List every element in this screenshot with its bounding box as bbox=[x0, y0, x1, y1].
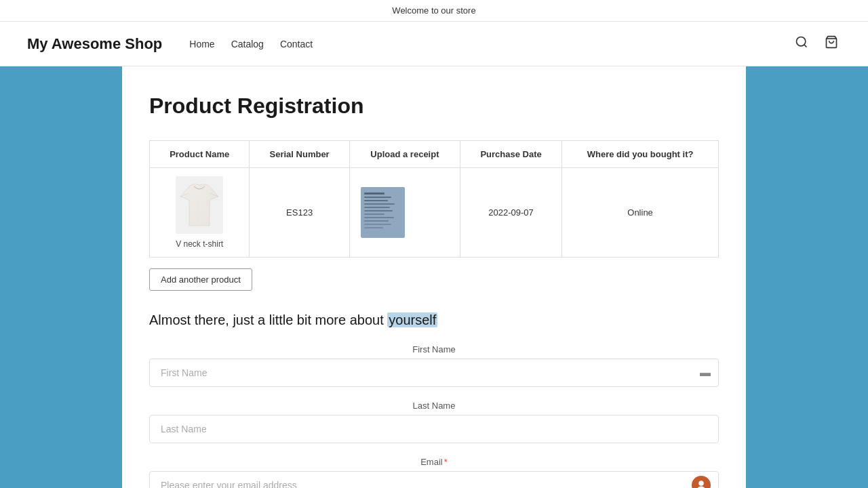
cell-receipt bbox=[349, 168, 460, 258]
site-title[interactable]: My Awesome Shop bbox=[27, 35, 162, 53]
svg-rect-14 bbox=[364, 217, 394, 218]
first-name-group: First Name ▬ bbox=[149, 344, 719, 387]
section-heading: Almost there, just a little bit more abo… bbox=[149, 312, 719, 328]
search-icon bbox=[795, 38, 808, 52]
section-heading-highlight: yourself bbox=[387, 312, 437, 327]
svg-rect-15 bbox=[364, 220, 389, 222]
cart-button[interactable] bbox=[822, 33, 841, 55]
main-content: Product Registration Product Name Serial… bbox=[122, 66, 746, 488]
first-name-input[interactable] bbox=[149, 359, 719, 387]
first-name-label: First Name bbox=[149, 344, 719, 354]
autofill-icon: ▬ bbox=[700, 367, 711, 379]
product-image-container: V neck t-shirt bbox=[161, 176, 238, 249]
svg-rect-17 bbox=[364, 227, 383, 228]
table-row: V neck t-shirt ES123 bbox=[150, 168, 719, 258]
svg-rect-7 bbox=[364, 192, 384, 195]
receipt-image bbox=[361, 187, 405, 238]
add-product-button[interactable]: Add another product bbox=[149, 268, 252, 291]
cell-purchase-date: 2022-09-07 bbox=[460, 168, 562, 258]
svg-rect-8 bbox=[364, 197, 391, 198]
first-name-input-wrapper: ▬ bbox=[149, 359, 719, 387]
last-name-input[interactable] bbox=[149, 415, 719, 443]
email-input[interactable] bbox=[149, 471, 719, 488]
col-product-name: Product Name bbox=[150, 141, 250, 168]
svg-rect-12 bbox=[364, 210, 393, 211]
header: My Awesome Shop Home Catalog Contact bbox=[0, 22, 868, 66]
cell-where-bought: Online bbox=[562, 168, 719, 258]
svg-point-0 bbox=[797, 37, 806, 46]
cart-icon bbox=[825, 38, 838, 52]
col-purchase-date: Purchase Date bbox=[460, 141, 562, 168]
email-input-wrapper bbox=[149, 471, 719, 488]
search-button[interactable] bbox=[792, 33, 811, 55]
tshirt-svg bbox=[179, 180, 220, 230]
last-name-input-wrapper bbox=[149, 415, 719, 443]
header-icons bbox=[792, 33, 841, 55]
nav-contact[interactable]: Contact bbox=[280, 39, 313, 49]
header-left: My Awesome Shop Home Catalog Contact bbox=[27, 35, 313, 53]
col-upload-receipt: Upload a receipt bbox=[349, 141, 460, 168]
svg-rect-11 bbox=[364, 207, 390, 208]
svg-point-18 bbox=[698, 481, 704, 486]
email-label-text: Email bbox=[420, 457, 443, 467]
last-name-group: Last Name bbox=[149, 401, 719, 443]
receipt-svg bbox=[361, 187, 405, 238]
announcement-text: Welcome to our store bbox=[392, 5, 475, 16]
cell-product-name: V neck t-shirt bbox=[150, 168, 250, 258]
registration-form: First Name ▬ Last Name Email* bbox=[149, 344, 719, 488]
svg-rect-16 bbox=[364, 224, 391, 225]
svg-rect-10 bbox=[364, 203, 395, 205]
table-header: Product Name Serial Number Upload a rece… bbox=[150, 141, 719, 168]
email-group: Email* bbox=[149, 457, 719, 488]
section-heading-plain: Almost there, just a little bit more abo… bbox=[149, 312, 387, 327]
product-table: Product Name Serial Number Upload a rece… bbox=[149, 140, 719, 258]
col-where-bought: Where did you bought it? bbox=[562, 141, 719, 168]
svg-rect-13 bbox=[364, 214, 384, 215]
col-serial-number: Serial Number bbox=[250, 141, 349, 168]
product-image bbox=[176, 176, 223, 234]
nav-catalog[interactable]: Catalog bbox=[231, 39, 264, 49]
svg-rect-6 bbox=[361, 187, 405, 238]
nav-home[interactable]: Home bbox=[189, 39, 214, 49]
page-title: Product Registration bbox=[149, 94, 719, 119]
main-nav: Home Catalog Contact bbox=[189, 39, 313, 49]
last-name-label: Last Name bbox=[149, 401, 719, 411]
svg-line-1 bbox=[804, 45, 807, 47]
cell-serial-number: ES123 bbox=[250, 168, 349, 258]
table-body: V neck t-shirt ES123 bbox=[150, 168, 719, 258]
email-label: Email* bbox=[149, 457, 719, 467]
announcement-bar: Welcome to our store bbox=[0, 0, 868, 22]
svg-rect-9 bbox=[364, 200, 388, 201]
email-required: * bbox=[444, 457, 448, 467]
product-name-label: V neck t-shirt bbox=[176, 239, 223, 249]
